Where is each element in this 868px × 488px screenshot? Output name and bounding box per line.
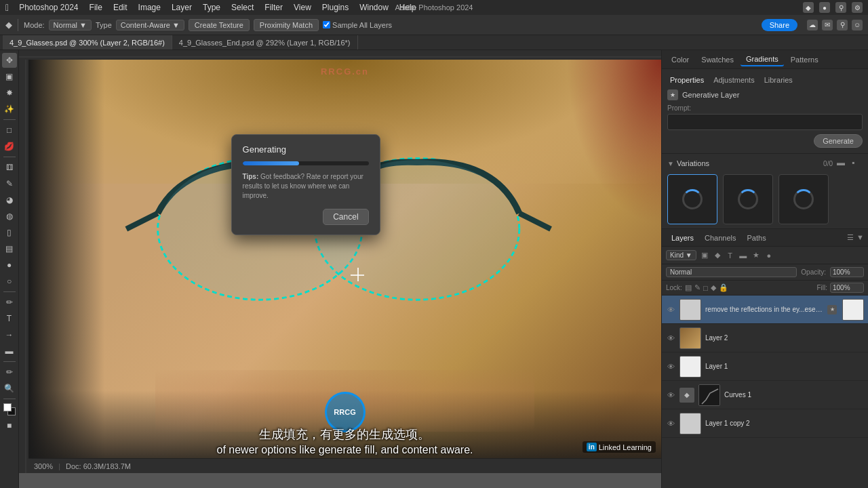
- variation-item-3[interactable]: [778, 174, 829, 224]
- shape-tool[interactable]: ▬: [2, 344, 17, 359]
- layer-visibility-curves[interactable]: 👁: [666, 390, 675, 400]
- brush-tool[interactable]: ✎: [2, 176, 17, 191]
- gradient-tool[interactable]: ▤: [2, 241, 17, 256]
- marquee-tool[interactable]: ▣: [2, 69, 17, 84]
- layer-visibility-2[interactable]: 👁: [666, 333, 675, 343]
- layers-tab-layers[interactable]: Layers: [666, 232, 699, 243]
- lock-position-icon[interactable]: ◆: [711, 283, 716, 292]
- tab-adjustments[interactable]: Adjustments: [711, 75, 757, 85]
- create-texture-button[interactable]: Create Texture: [189, 19, 250, 31]
- menu-item-select[interactable]: Select: [226, 1, 258, 14]
- tab-glasses-end[interactable]: 4_9_Glasses_End.psd @ 292% (Layer 1, RGB…: [172, 35, 358, 49]
- network-icon[interactable]: ◆: [803, 2, 814, 13]
- menu-item-plugins[interactable]: Plugins: [317, 1, 353, 14]
- menu-item-layer[interactable]: Layer: [167, 1, 197, 14]
- menu-item-view[interactable]: View: [289, 1, 316, 14]
- apple-icon[interactable]: : [5, 2, 9, 13]
- variations-grid-toggle[interactable]: ▬: [837, 158, 848, 169]
- svg-line-8: [519, 214, 551, 229]
- tab-gradients[interactable]: Gradients: [741, 53, 784, 66]
- tab-patterns[interactable]: Patterns: [785, 54, 824, 66]
- eraser-tool[interactable]: ▯: [2, 225, 17, 240]
- share-button[interactable]: Share: [762, 19, 797, 31]
- path-selection-tool[interactable]: →: [2, 327, 17, 342]
- layers-tab-channels[interactable]: Channels: [699, 232, 741, 243]
- variation-item-1[interactable]: [667, 174, 717, 224]
- panel-menu-icon[interactable]: ☰: [847, 233, 854, 242]
- layer-item-copy[interactable]: 👁 Layer 1 copy 2: [662, 409, 868, 438]
- notification-icon[interactable]: ●: [819, 2, 830, 13]
- variations-list-toggle[interactable]: ▪: [852, 158, 863, 169]
- tab-libraries[interactable]: Libraries: [762, 75, 795, 85]
- blend-mode-dropdown[interactable]: Normal: [666, 267, 797, 277]
- cancel-button[interactable]: Cancel: [323, 209, 368, 225]
- lock-artboard-icon[interactable]: □: [703, 284, 708, 292]
- mode-dropdown[interactable]: Normal ▼: [49, 20, 92, 30]
- bell-icon[interactable]: ✉: [822, 20, 833, 30]
- filter-adjustment-icon[interactable]: ◆: [712, 250, 723, 261]
- hand-tool[interactable]: ✏: [2, 365, 17, 380]
- prompt-input-area[interactable]: [667, 114, 863, 130]
- variations-collapse-arrow[interactable]: ▼: [667, 160, 674, 167]
- sample-all-layers-checkbox[interactable]: [323, 21, 330, 28]
- panel-collapse-icon[interactable]: ▼: [856, 233, 864, 242]
- cloud-icon[interactable]: ☁: [807, 20, 818, 30]
- layer-item-generative[interactable]: 👁 remove the reflections in the ey...ese…: [662, 296, 868, 324]
- menu-item-photoshop[interactable]: Photoshop 2024: [14, 1, 83, 14]
- filter-smart-icon[interactable]: ★: [751, 250, 762, 261]
- blur-tool[interactable]: ●: [2, 258, 17, 272]
- search-top-icon[interactable]: ⚲: [837, 20, 848, 30]
- menu-item-edit[interactable]: Edit: [108, 1, 132, 14]
- fill-input[interactable]: 100%: [830, 283, 864, 293]
- tab-color[interactable]: Color: [666, 54, 694, 66]
- layer-visibility-copy[interactable]: 👁: [666, 419, 675, 428]
- eyedropper-tool[interactable]: 💋: [2, 139, 17, 154]
- crop-tool[interactable]: □: [2, 123, 17, 138]
- tab-glasses-active[interactable]: 4_9_Glasses.psd @ 300% (Layer 2, RGB/16#…: [3, 35, 172, 49]
- search-icon[interactable]: ⚲: [835, 2, 846, 13]
- clone-tool[interactable]: ◕: [2, 192, 17, 207]
- layer-item-2[interactable]: 👁 Layer 2: [662, 324, 868, 352]
- tool-separator-3: [3, 291, 16, 292]
- menu-item-window[interactable]: Window: [355, 1, 393, 14]
- menu-item-type[interactable]: Type: [198, 1, 225, 14]
- menu-item-filter[interactable]: Filter: [260, 1, 288, 14]
- filter-toggle[interactable]: ●: [764, 250, 774, 261]
- heal-tool[interactable]: ⚅: [2, 160, 17, 175]
- zoom-tool[interactable]: 🔍: [2, 381, 17, 396]
- generate-button[interactable]: Generate: [814, 134, 863, 148]
- settings-icon[interactable]: ⚙: [852, 2, 863, 13]
- quick-mask-tool[interactable]: ■: [2, 418, 17, 433]
- foreground-background-colors[interactable]: [3, 403, 16, 415]
- opacity-input[interactable]: 100%: [830, 267, 864, 277]
- magic-wand-tool[interactable]: ✨: [2, 102, 17, 117]
- filter-type-icon[interactable]: T: [725, 250, 736, 261]
- tab-properties[interactable]: Properties: [667, 75, 707, 85]
- pen-tool[interactable]: ✏: [2, 295, 17, 310]
- lock-image-icon[interactable]: ✎: [694, 283, 701, 292]
- dodge-tool[interactable]: ○: [2, 274, 17, 289]
- lasso-tool[interactable]: ✸: [2, 85, 17, 100]
- menu-item-image[interactable]: Image: [134, 1, 165, 14]
- sample-all-layers-option[interactable]: Sample All Layers: [323, 21, 392, 29]
- lock-transparent-icon[interactable]: ▤: [685, 283, 692, 292]
- proximity-match-button[interactable]: Proximity Match: [254, 19, 319, 31]
- kind-dropdown[interactable]: Kind ▼: [666, 250, 696, 260]
- move-tool[interactable]: ✥: [2, 53, 17, 68]
- type-dropdown[interactable]: Content-Aware ▼: [116, 20, 184, 30]
- layer-visibility-generative[interactable]: 👁: [666, 305, 675, 314]
- filter-shape-icon[interactable]: ▬: [738, 250, 749, 261]
- tool-heal-icon[interactable]: ◆: [5, 20, 12, 30]
- history-brush-tool[interactable]: ◍: [2, 209, 17, 224]
- layer-visibility-1[interactable]: 👁: [666, 362, 675, 371]
- menu-item-file[interactable]: File: [85, 1, 107, 14]
- layer-item-curves[interactable]: 👁 ◆ Curves 1: [662, 381, 868, 409]
- layers-tab-paths[interactable]: Paths: [742, 232, 772, 243]
- type-tool[interactable]: T: [2, 311, 17, 326]
- tab-swatches[interactable]: Swatches: [696, 54, 739, 66]
- variation-item-2[interactable]: [723, 174, 773, 224]
- filter-pixel-icon[interactable]: ▣: [699, 250, 710, 261]
- layer-item-1[interactable]: 👁 Layer 1: [662, 352, 868, 381]
- user-icon[interactable]: ☺: [852, 20, 863, 30]
- lock-all-icon[interactable]: 🔒: [719, 283, 728, 292]
